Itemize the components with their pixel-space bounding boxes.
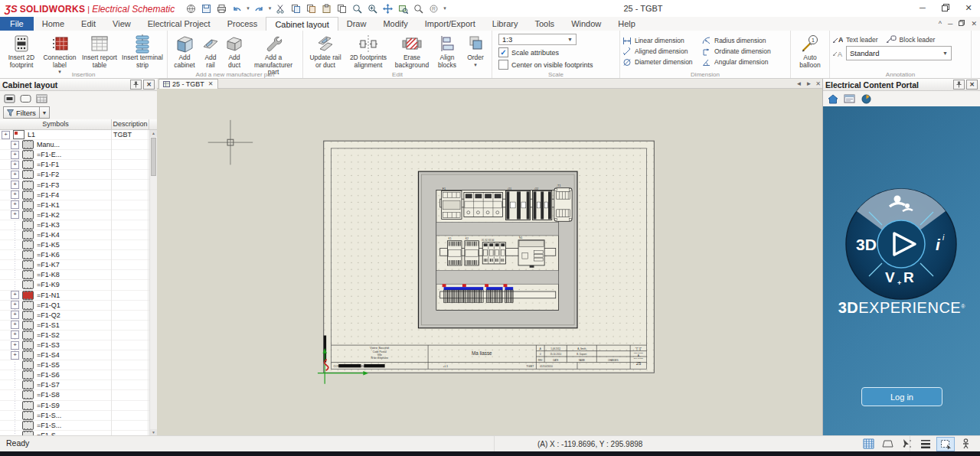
tab-home[interactable]: Home — [34, 17, 73, 31]
column-symbols[interactable]: Symbols — [0, 119, 112, 129]
tree-expander[interactable]: + — [11, 301, 19, 309]
tree-row[interactable]: + =F1-S4 — [0, 350, 157, 360]
linear-dimension-button[interactable]: Linear dimension — [622, 35, 702, 46]
tree-row[interactable]: =F1-K8 — [0, 270, 157, 280]
scroll-up-icon[interactable]: ▲ — [150, 130, 157, 137]
connection-label-button[interactable]: Connection label ▾ — [41, 32, 79, 75]
component-q2[interactable]: -Q2 — [533, 187, 552, 220]
copy-icon[interactable] — [290, 3, 302, 15]
tab-close-icon[interactable]: ✕ — [208, 80, 214, 87]
pin-icon[interactable] — [130, 80, 142, 90]
copy-with-format-icon[interactable] — [305, 3, 317, 15]
collapse-ribbon-icon[interactable]: ^ — [939, 20, 942, 28]
tree-row[interactable]: =F1-S6 — [0, 370, 157, 380]
tree-expander[interactable]: + — [11, 171, 19, 179]
right-panel-close-icon[interactable]: ✕ — [966, 80, 978, 90]
tree-row[interactable]: =F1-K9 — [0, 280, 157, 290]
minimize-button[interactable]: ─ — [911, 0, 934, 15]
home-icon[interactable] — [826, 93, 839, 105]
tab-25-tgbt[interactable]: 25 - TGBT ✕ — [158, 79, 218, 89]
tab-window[interactable]: Window — [563, 17, 609, 31]
erase-background-button[interactable]: Erase background — [391, 32, 433, 70]
tree-row[interactable]: + =F1-F2 — [0, 170, 157, 180]
component-f2-f3-f4[interactable] — [464, 192, 503, 217]
center-footprints-row[interactable]: Center on visible footprints — [498, 60, 613, 70]
search-icon[interactable] — [413, 3, 424, 15]
tab-scroll-right-icon[interactable]: ► — [805, 80, 812, 87]
catalog-icon[interactable] — [843, 93, 856, 105]
scale-attributes-row[interactable]: ✓ Scale attributes — [498, 47, 613, 57]
tree-expander[interactable]: + — [11, 141, 19, 149]
scale-dropdown[interactable]: 1:3 ▼ — [498, 34, 577, 45]
center-footprints-checkbox[interactable] — [498, 60, 508, 70]
tab-tools[interactable]: Tools — [526, 17, 563, 31]
tree-expander[interactable]: + — [11, 210, 19, 219]
annotation-standard-dropdown[interactable]: Standard ▼ — [846, 46, 952, 60]
tab-library[interactable]: Library — [484, 17, 527, 31]
cabinet-view-icon[interactable] — [19, 93, 32, 104]
tree-row[interactable]: =F1-S9 — [0, 401, 157, 411]
tree-expander[interactable]: + — [11, 151, 19, 159]
tree-scrollbar[interactable]: ▲ ▼ — [149, 130, 157, 436]
tree-row[interactable]: =F1-S8 — [0, 390, 157, 400]
tree-expander[interactable]: + — [11, 331, 19, 339]
tab-process[interactable]: Process — [219, 17, 266, 31]
rebuild-icon[interactable]: R — [428, 3, 439, 15]
component-s-group[interactable]: -S1-S2-S3-S4 — [481, 239, 505, 264]
doc-restore-icon[interactable] — [959, 20, 965, 28]
cabinet-drawing[interactable]: F1 -Q1 — [157, 88, 823, 436]
doc-minimize-icon[interactable]: ─ — [948, 20, 952, 28]
tree-expander[interactable]: + — [11, 291, 19, 299]
add-duct-button[interactable]: Add duct — [222, 32, 247, 70]
tree-expander[interactable]: + — [11, 191, 19, 199]
ordinate-dimension-button[interactable]: Ordinate dimension — [702, 46, 788, 57]
insert-report-table-button[interactable]: Insert report table — [79, 32, 120, 70]
tree-row[interactable]: + =F1-K2 — [0, 210, 157, 220]
tree-row[interactable]: =F1-S5 — [0, 360, 157, 370]
undo-icon[interactable] — [231, 3, 243, 15]
print-icon[interactable] — [216, 3, 227, 15]
tree-row-root[interactable]: + L1 TGBT — [0, 130, 157, 140]
tab-draw[interactable]: Draw — [338, 17, 375, 31]
tree-expander[interactable]: + — [11, 311, 19, 319]
insert-terminal-strip-button[interactable]: Insert terminal strip — [120, 32, 165, 70]
add-rail-button[interactable]: Add rail — [199, 32, 222, 70]
tree-row[interactable]: + =F1-F1 — [0, 160, 157, 170]
pan-icon[interactable] — [382, 3, 394, 15]
save-icon[interactable] — [201, 3, 212, 15]
tree-row[interactable]: + =F1-K1 — [0, 200, 157, 210]
drawing-canvas[interactable]: 25 - TGBT ✕ ◄ ► ✕ — [157, 79, 823, 436]
filters-button[interactable]: Filters — [3, 106, 40, 119]
tab-cabinet-layout[interactable]: Cabinet layout — [266, 17, 338, 31]
undo-caret-icon[interactable]: ▾ — [247, 5, 250, 11]
tab-modify[interactable]: Modify — [374, 17, 416, 31]
component-q1[interactable]: -Q1 — [505, 187, 530, 220]
zoom-area-icon[interactable] — [367, 3, 378, 15]
add-cabinet-button[interactable]: Add cabinet — [170, 32, 199, 70]
tree-row[interactable]: + =F1-F3 — [0, 180, 157, 190]
tree-row[interactable]: =F1-K7 — [0, 260, 157, 270]
tab-scroll-left-icon[interactable]: ◄ — [795, 80, 802, 87]
tree-row[interactable]: =F1-S7 — [0, 380, 157, 390]
component-n1[interactable]: N1 — [518, 236, 544, 268]
tree-expander[interactable]: + — [2, 131, 10, 139]
tree-row[interactable]: =F1-K3 — [0, 220, 157, 230]
pin-icon[interactable] — [953, 80, 965, 90]
tree-expander[interactable]: + — [11, 351, 19, 360]
report-view-icon[interactable] — [35, 93, 48, 104]
tree-row[interactable]: =F1-S... — [0, 421, 157, 431]
cursor-snap-icon[interactable] — [898, 437, 915, 450]
auto-balloon-button[interactable]: 1 Auto balloon — [793, 32, 827, 70]
tree-expander[interactable]: + — [11, 181, 19, 189]
paste-special-icon[interactable] — [336, 3, 348, 15]
add-manufacturer-part-button[interactable]: Add a manufacturer part — [247, 32, 300, 77]
tree-row[interactable]: + =F1-Q1 — [0, 301, 157, 311]
tree-row[interactable]: + =F1-F4 — [0, 191, 157, 200]
tree-expander[interactable]: + — [11, 161, 19, 169]
angular-dimension-button[interactable]: Angular dimension — [702, 57, 788, 67]
tree-row[interactable]: + =F1-S3 — [0, 340, 157, 350]
left-panel-close-icon[interactable]: ✕ — [143, 80, 155, 90]
component-t1[interactable]: -T1 — [554, 184, 572, 222]
aligned-dimension-button[interactable]: Aligned dimension — [622, 46, 702, 57]
scrollbar-thumb[interactable] — [151, 138, 156, 176]
